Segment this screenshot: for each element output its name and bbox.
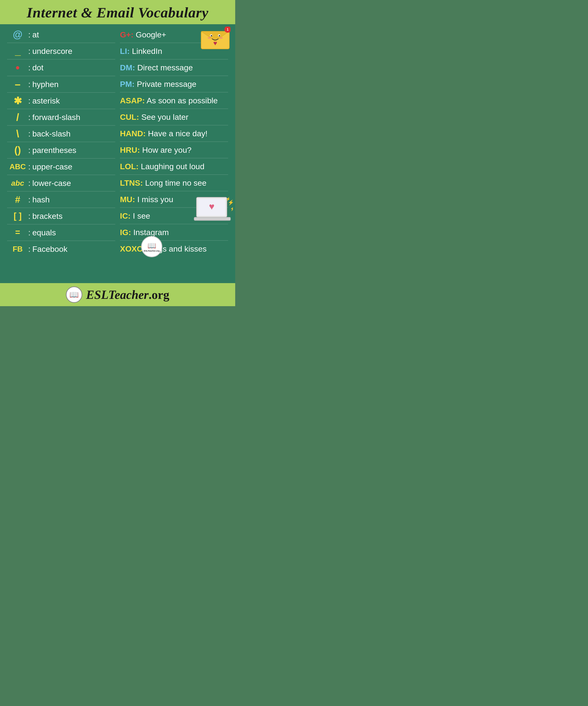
book-icon: 📖: [148, 241, 156, 250]
colon-0: :: [28, 30, 30, 39]
symbol-8: ABC: [7, 162, 28, 171]
abbr-definition-12: Instagram: [131, 228, 169, 237]
footer-org: .org: [149, 288, 169, 302]
symbol-12: =: [7, 228, 28, 237]
left-column: @ : at _ : underscore • : dot – : hyphen…: [7, 27, 115, 257]
left-vocab-row: • : dot: [7, 60, 115, 76]
left-vocab-row: ✱ : asterisk: [7, 93, 115, 109]
abbr-definition-1: LinkedIn: [130, 47, 162, 56]
colon-5: :: [28, 113, 30, 122]
symbol-1: _: [7, 45, 28, 57]
definition-10: hash: [32, 195, 50, 204]
colon-9: :: [28, 179, 30, 188]
right-vocab-row: CUL: See you later: [120, 109, 228, 125]
left-vocab-row: – : hyphen: [7, 76, 115, 92]
abbr-10: MU:: [120, 195, 135, 204]
svg-point-6: [219, 35, 220, 36]
colon-6: :: [28, 129, 30, 139]
abbr-3: PM:: [120, 80, 134, 89]
left-vocab-row: FB : Facebook: [7, 241, 115, 257]
footer-teacher: Teacher: [108, 288, 149, 302]
abbr-definition-9: Long time no see: [143, 179, 207, 188]
colon-8: :: [28, 162, 30, 171]
abbr-definition-8: Laughing out loud: [138, 162, 204, 171]
definition-8: upper-case: [32, 162, 72, 171]
symbol-4: ✱: [7, 95, 28, 107]
svg-rect-14: [194, 217, 230, 221]
abbr-definition-6: Have a nice day!: [146, 129, 208, 138]
symbol-0: @: [7, 29, 28, 40]
footer-esl: ESL: [86, 288, 108, 302]
right-vocab-row: ASAP: As soon as possible: [120, 92, 228, 109]
abbr-definition-3: Private message: [134, 80, 196, 89]
abbr-12: IG:: [120, 228, 131, 237]
definition-0: at: [32, 30, 39, 39]
abbr-9: LTNS:: [120, 179, 143, 188]
abbr-11: IC:: [120, 211, 130, 221]
colon-7: :: [28, 146, 30, 155]
header: Internet & Email Vocabulary: [0, 0, 235, 24]
main-content: ♥ 1 ♥ ⚡ ⚡: [0, 24, 235, 283]
abbr-definition-5: See you later: [139, 113, 188, 122]
colon-4: :: [28, 96, 30, 106]
svg-point-5: [211, 35, 212, 36]
definition-9: lower-case: [32, 179, 71, 188]
abbr-0: G+:: [120, 30, 134, 39]
symbol-9: abc: [7, 179, 28, 188]
svg-text:⚡: ⚡: [230, 206, 233, 211]
symbol-2: •: [7, 61, 28, 74]
page-title: Internet & Email Vocabulary: [2, 4, 233, 21]
colon-3: :: [28, 80, 30, 89]
colon-1: :: [28, 47, 30, 56]
left-vocab-row: @ : at: [7, 27, 115, 43]
definition-4: asterisk: [32, 96, 60, 106]
definition-11: brackets: [32, 211, 62, 221]
definition-7: parentheses: [32, 146, 76, 155]
abbr-definition-7: How are you?: [140, 146, 192, 155]
right-vocab-row: DM: Direct message: [120, 60, 228, 76]
colon-13: :: [28, 244, 30, 254]
colon-2: :: [28, 63, 30, 72]
definition-12: equals: [32, 228, 56, 237]
right-vocab-row: XOXO: Hugs and kisses: [120, 241, 228, 257]
right-vocab-row: IG: Instagram: [120, 224, 228, 240]
left-vocab-row: \ : back-slash: [7, 126, 115, 142]
colon-12: :: [28, 228, 30, 237]
symbol-13: FB: [7, 245, 28, 253]
footer-brand: ESLTeacher.org: [86, 288, 169, 302]
definition-1: underscore: [32, 47, 72, 56]
footer-book-icon: 📖: [69, 290, 79, 299]
abbr-definition-4: As soon as possible: [145, 96, 218, 105]
abbr-definition-2: Direct message: [135, 63, 193, 72]
right-vocab-row: LTNS: Long time no see: [120, 175, 228, 191]
colon-10: :: [28, 195, 30, 204]
svg-text:♥: ♥: [213, 40, 217, 47]
svg-text:⚡: ⚡: [226, 197, 230, 201]
footer-logo: 📖: [66, 286, 82, 303]
esl-small-text: ESLTeacher.org: [144, 250, 160, 252]
left-vocab-row: abc : lower-case: [7, 175, 115, 191]
abbr-8: LOL:: [120, 162, 138, 171]
colon-11: :: [28, 211, 30, 221]
definition-5: forward-slash: [32, 113, 80, 122]
abbr-5: CUL:: [120, 113, 139, 122]
svg-point-8: [219, 37, 223, 39]
footer: 📖 ESLTeacher.org: [0, 283, 235, 306]
right-vocab-row: HAND: Have a nice day!: [120, 125, 228, 142]
right-vocab-row: HRU: How are you?: [120, 142, 228, 158]
symbol-11: [ ]: [7, 211, 28, 221]
esl-logo-circle: 📖 ESLTeacher.org: [141, 236, 162, 257]
left-vocab-row: _ : underscore: [7, 43, 115, 59]
abbr-definition-11: I see: [130, 211, 150, 221]
svg-point-7: [208, 37, 211, 39]
left-vocab-row: = : equals: [7, 225, 115, 240]
abbr-1: LI:: [120, 47, 130, 56]
symbol-5: /: [7, 111, 28, 123]
abbr-7: HRU:: [120, 146, 140, 155]
symbol-6: \: [7, 128, 28, 140]
definition-3: hyphen: [32, 80, 58, 89]
symbol-7: (): [7, 145, 28, 156]
abbr-definition-10: I miss you: [135, 195, 173, 204]
abbr-definition-0: Google+: [134, 30, 166, 39]
laptop-icon: ♥ ⚡ ⚡ ⚡: [193, 196, 233, 227]
